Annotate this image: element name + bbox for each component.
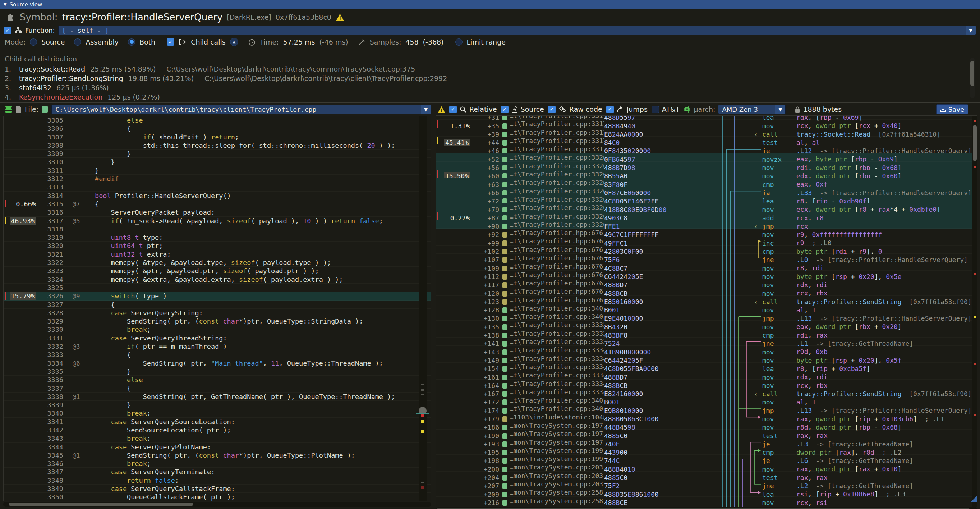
source-line-row[interactable]: 46.93%3317@5 if( !m_sock->Read( &payload… [3, 217, 431, 225]
file-combo[interactable]: C:\Users\wolf\Desktop\darkrl\contrib\tra… [51, 105, 431, 114]
source-line-row[interactable]: 3321 uint32_t extra; [3, 250, 431, 258]
source-hscrollbar[interactable] [3, 502, 431, 507]
source-line-row[interactable]: 3343 break; [3, 434, 431, 442]
radio-assembly[interactable] [74, 38, 81, 46]
asm-instruction-row[interactable]: +66…t\TracyProfiler.cpp:33260F87CE060000… [436, 187, 977, 195]
asm-instruction-row[interactable]: +92…t\TracyProfiler.hpp:67649C7C1FFFFFFF… [436, 229, 977, 237]
source-line-row[interactable]: 3338@1 SendString( ptr, GetThreadName( p… [3, 393, 431, 401]
child-call-entry[interactable]: 2.tracy::Profiler::SendLongString19.88 m… [5, 75, 965, 84]
assembly-hscrollbar[interactable] [436, 507, 977, 509]
asm-instruction-row[interactable]: +56…t\TracyProfiler.cpp:3326488B7D98movr… [436, 162, 977, 170]
source-line-row[interactable]: 3348 return false; [3, 476, 431, 485]
source-line-row[interactable]: 3334@6 SendString( ptr, "Main thread", 1… [3, 359, 431, 367]
source-line-row[interactable]: 3314bool Profiler::HandleServerQuery() [3, 192, 431, 200]
asm-instruction-row[interactable]: +207…mon\TracySystem.cpp:20375F2jne.L2 -… [436, 480, 977, 488]
source-line-row[interactable]: 0.66%3315@7{ [3, 200, 431, 208]
asm-instruction-row[interactable]: +46…t\TracyProfiler.cpp:33170F8435020000… [436, 145, 977, 153]
child-call-entry[interactable]: 1.tracy::Socket::Read25.25 ms (54.89%)C:… [5, 65, 965, 75]
source-line-row[interactable]: 3318 [3, 225, 431, 233]
sort-direction-button[interactable]: ▲ [230, 38, 238, 46]
source-line-row[interactable]: 3332@3 if( ptr == m_mainThread ) [3, 342, 431, 350]
asm-instruction-row[interactable]: +102…t\TracyProfiler.hpp:67642803C0F00cm… [436, 245, 977, 254]
source-line-row[interactable]: 3320 uint64_t ptr; [3, 242, 431, 250]
source-line-row[interactable]: 3346 break; [3, 460, 431, 468]
source-line-row[interactable]: 3310 } [3, 158, 431, 166]
source-line-row[interactable]: 3308 std::this_thread::sleep_for( std::c… [3, 141, 431, 150]
asm-instruction-row[interactable]: +190…mon\TracySystem.cpp:1974885C0testra… [436, 429, 977, 438]
asm-instruction-row[interactable]: +120…t\TracyProfiler.hpp:676488BCBmovrcx… [436, 287, 977, 296]
source-minimap-scrollbar[interactable] [418, 116, 426, 501]
source-line-row[interactable]: 3336 else [3, 375, 431, 384]
asm-instruction-row[interactable]: +128…t\TracyProfiler.cpp:3401B001moval, … [436, 304, 977, 312]
source-line-row[interactable]: 3322 memcpy( &type, &payload.type, sizeo… [3, 258, 431, 267]
source-line-row[interactable]: 3337 { [3, 384, 431, 393]
source-line-row[interactable]: 3350 QueueCallstackFrame( ptr ); [3, 493, 431, 501]
asm-instruction-row[interactable]: 15.50%+60…t\TracyProfiler.cpp:33268B55A0… [436, 170, 977, 178]
asm-instruction-row[interactable]: +39…t\TracyProfiler.cpp:3317E824AA0000‹c… [436, 128, 977, 137]
asm-instruction-row[interactable]: +138…t\TracyProfiler.cpp:3332483BF8cmprd… [436, 329, 977, 337]
asm-instruction-row[interactable]: +31…t\TracyProfiler.cpp:3317488D5597lear… [436, 115, 977, 120]
source-line-row[interactable]: 3330 break; [3, 325, 431, 334]
function-combo[interactable]: [ - self - ] ▼ [58, 25, 976, 35]
source-line-row[interactable]: 3328 case ServerQueryString: [3, 309, 431, 317]
asm-instruction-row[interactable]: +99…t\TracyProfiler.hpp:67649FFC1incr9 ;… [436, 237, 977, 245]
source-line-row[interactable]: 3323 memcpy( &ptr, &payload.ptr, sizeof(… [3, 267, 431, 275]
source-line-row[interactable]: 3319 uint8_t type; [3, 233, 431, 242]
source-line-row[interactable]: 3331 case ServerQueryThreadString: [3, 334, 431, 342]
source-checkbox[interactable]: ✓ [501, 106, 509, 113]
source-line-row[interactable]: 3347 case ServerQueryTerminate: [3, 468, 431, 476]
source-line-row[interactable]: 3335 } [3, 367, 431, 375]
asm-instruction-row[interactable]: +164…t\TracyProfiler.cpp:3334488BCBmovrc… [436, 380, 977, 388]
uarch-combo[interactable]: AMD Zen 3 ▼ [718, 105, 786, 114]
asm-instruction-row[interactable]: +172…t\TracyProfiler.cpp:3401B001moval, … [436, 396, 977, 404]
asm-instruction-row[interactable]: +209…mon\TracySystem.cpp:258488D35E88610… [436, 488, 977, 496]
source-line-row[interactable]: 3349 case ServerQueryCallstackFrame: [3, 485, 431, 493]
source-line-row[interactable]: 3324 memcpy( &extra, &payload.extra, siz… [3, 275, 431, 284]
asm-instruction-row[interactable]: +149…t\TracyProfiler.cpp:3334C64424205Fm… [436, 355, 977, 363]
child-call-entry[interactable]: 4.KeSynchronizeExecution125 µs (0.27%) [5, 93, 965, 102]
source-line-row[interactable]: 3316 ServerQueryPacket payload; [3, 208, 431, 216]
child-calls-checkbox[interactable]: ✓ [167, 38, 174, 46]
radio-both[interactable] [128, 38, 135, 46]
assembly-vscroll-thumb[interactable] [973, 125, 977, 161]
source-line-row[interactable]: 3309 } [3, 150, 431, 158]
asm-instruction-row[interactable]: +109…t\TracyProfiler.hpp:6764C8BC7movr8,… [436, 262, 977, 270]
asm-instruction-row[interactable]: +204…mon\TracySystem.cpp:2034885C0testra… [436, 472, 977, 480]
asm-instruction-row[interactable]: +198…mon\TracySystem.cpp:199744Cje.L6 ->… [436, 455, 977, 463]
asm-instruction-row[interactable]: +161…t\TracyProfiler.cpp:3334488BD7movrd… [436, 371, 977, 379]
jumps-checkbox[interactable]: ✓ [606, 106, 614, 113]
source-line-row[interactable]: 3307 if( shouldExit ) return; [3, 133, 431, 141]
asm-instruction-row[interactable]: +143…t\TracyProfiler.cpp:333441B90B00000… [436, 346, 977, 354]
source-line-row[interactable]: 3340 break; [3, 409, 431, 417]
asm-instruction-row[interactable]: +186…mon\TracySystem.cpp:197448B4598movr… [436, 421, 977, 429]
source-line-row[interactable]: 3333 { [3, 350, 431, 359]
asm-instruction-row[interactable]: +107…t\TracyProfiler.hpp:67675F6jne.L0 -… [436, 254, 977, 262]
asm-instruction-row[interactable]: +195…mon\TracySystem.cpp:199443900cmpdwo… [436, 447, 977, 455]
asm-instruction-row[interactable]: +72…t\TracyProfiler.cpp:33264C8D05F146F2… [436, 195, 977, 204]
att-checkbox[interactable]: ✓ [652, 106, 659, 113]
asm-instruction-row[interactable]: +79…t\TracyProfiler.cpp:3326418B8C80E0BF… [436, 204, 977, 212]
source-line-row[interactable]: 3312#endif [3, 175, 431, 183]
assembly-vscrollbar[interactable] [972, 116, 977, 507]
asm-instruction-row[interactable]: +141…t\TracyProfiler.cpp:33327524jne.L1 … [436, 337, 977, 346]
asm-instruction-row[interactable]: +112…t\TracyProfiler.hpp:676C64424205Emo… [436, 271, 977, 279]
asm-instruction-row[interactable]: +154…t\TracyProfiler.cpp:33344C8D055FBA0… [436, 363, 977, 371]
asm-instruction-row[interactable]: 0.22%+87…t\TracyProfiler.cpp:33264903C8a… [436, 212, 977, 220]
source-line-row[interactable]: 3306 { [3, 124, 431, 133]
dropdown-arrow-icon[interactable]: ▼ [966, 26, 976, 35]
resize-grip[interactable] [970, 496, 977, 502]
function-checkbox[interactable]: ✓ [4, 27, 11, 34]
source-line-row[interactable]: 3327 { [3, 301, 431, 309]
source-line-row[interactable]: 3329 SendString( ptr, (const char*)ptr, … [3, 317, 431, 325]
collapse-icon[interactable]: ▼ [3, 2, 6, 7]
asm-instruction-row[interactable]: +123…t\TracyProfiler.hpp:676E850160000‹c… [436, 296, 977, 304]
source-line-row[interactable]: 3342 SendSourceLocation( ptr ); [3, 426, 431, 434]
source-line-row[interactable]: 15.79%3326@9 switch( type ) [3, 292, 431, 300]
save-button[interactable]: Save [936, 104, 968, 114]
child-call-entry[interactable]: 3.stat64i32625 µs (1.36%) [5, 84, 965, 93]
source-line-row[interactable]: 3341 case ServerQuerySourceLocation: [3, 418, 431, 426]
asm-instruction-row[interactable]: +216…mon\TracySystem.cpp:258488BCEmovrcx… [436, 497, 977, 505]
asm-instruction-row[interactable]: 45.41%+44…t\TracyProfiler.cpp:331784C0te… [436, 137, 977, 145]
asm-instruction-row[interactable]: +135…t\TracyProfiler.cpp:33328B4320movea… [436, 321, 977, 329]
asm-instruction-row[interactable]: +117…t\TracyProfiler.hpp:676488BD7movrdx… [436, 279, 977, 287]
